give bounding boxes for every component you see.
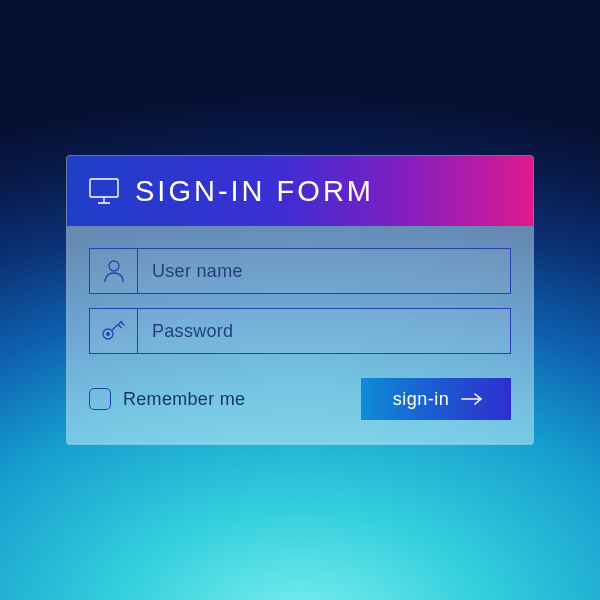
signin-panel: SIGN-IN FORM (66, 155, 534, 445)
user-icon (90, 249, 138, 293)
panel-body: Remember me sign-in (67, 226, 533, 444)
svg-line-7 (118, 325, 122, 329)
svg-line-8 (121, 322, 125, 326)
username-field[interactable] (89, 248, 511, 294)
svg-line-6 (111, 321, 122, 331)
svg-rect-0 (90, 179, 118, 197)
remember-me-label: Remember me (123, 389, 245, 410)
signin-button[interactable]: sign-in (361, 378, 511, 420)
form-footer: Remember me sign-in (89, 378, 511, 420)
checkbox-box[interactable] (89, 388, 111, 410)
form-title: SIGN-IN FORM (135, 175, 374, 208)
arrow-right-icon (461, 393, 483, 405)
password-field[interactable] (89, 308, 511, 354)
svg-point-3 (109, 261, 119, 271)
password-input[interactable] (138, 309, 510, 353)
svg-point-5 (106, 333, 109, 336)
signin-button-label: sign-in (393, 389, 450, 410)
remember-me-checkbox[interactable]: Remember me (89, 388, 245, 410)
monitor-icon (89, 178, 119, 204)
username-input[interactable] (138, 249, 510, 293)
panel-header: SIGN-IN FORM (67, 156, 533, 226)
key-icon (90, 309, 138, 353)
